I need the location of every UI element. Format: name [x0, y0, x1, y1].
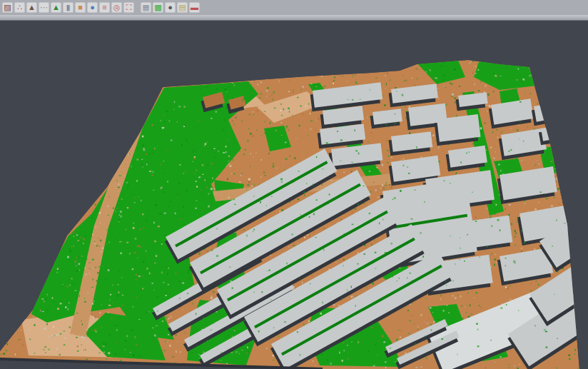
toolbar-splitter[interactable]	[0, 15, 588, 21]
ground-patch-icon[interactable]: ■	[75, 2, 86, 13]
globe-icon[interactable]: ●	[87, 2, 98, 13]
main-toolbar: ▨∴▲⋯▲▮■●≡◎⛶▦▩●▤▬	[0, 0, 588, 15]
point-cloud-scene	[0, 21, 588, 369]
points-color-icon[interactable]: ∴	[14, 2, 25, 13]
building	[434, 114, 481, 146]
toolbar-group-separator	[134, 7, 141, 8]
column-icon[interactable]: ▮	[63, 2, 74, 13]
raster-icon[interactable]: ▦	[141, 2, 151, 13]
vegetation-icon[interactable]: ▲	[51, 2, 61, 13]
sparse-points-icon[interactable]: ⋯	[39, 2, 49, 13]
selection-icon[interactable]: ⛶	[123, 2, 134, 13]
flag-icon[interactable]: ▬	[189, 2, 200, 13]
viewport-3d[interactable]	[0, 21, 588, 369]
classification-icon[interactable]: ▩	[153, 2, 163, 13]
clipboard-icon[interactable]: ▤	[177, 2, 188, 13]
toolbar-group: ▦▩●▤▬	[141, 2, 200, 13]
terrain-icon[interactable]: ▲	[26, 2, 37, 13]
layers-icon[interactable]: ≡	[99, 2, 110, 13]
target-icon[interactable]: ◎	[111, 2, 122, 13]
open-dataset-icon[interactable]: ▨	[2, 2, 13, 13]
toolbar-group: ▨∴▲⋯▲▮■●≡◎⛶	[2, 2, 134, 13]
mesh-icon[interactable]: ●	[165, 2, 176, 13]
application-window: ▨∴▲⋯▲▮■●≡◎⛶▦▩●▤▬	[0, 0, 588, 369]
terrain-layer	[0, 57, 588, 369]
